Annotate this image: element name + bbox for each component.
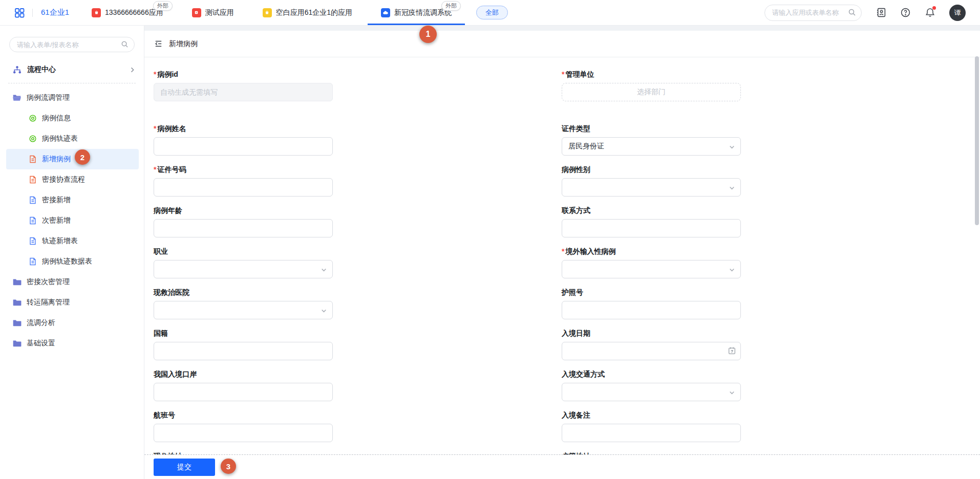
sidebar-item-11[interactable]: 转运隔离管理 — [0, 292, 144, 313]
date-input[interactable] — [562, 342, 741, 360]
text-input[interactable] — [562, 424, 741, 442]
topbar-right: 谭 — [764, 5, 980, 21]
app-tab-2[interactable]: 测试应用 — [192, 0, 234, 25]
sidebar-item-1[interactable]: 病例流调管理 — [0, 88, 144, 108]
app-tab-4[interactable]: 新冠疫情流调系统外部 — [381, 0, 452, 25]
text-input[interactable] — [562, 301, 741, 319]
form-row-6: 现救治医院护照号 — [154, 287, 980, 319]
chevron-right-icon — [129, 67, 136, 73]
field-label: 入境日期 — [562, 328, 741, 338]
sidebar-item-4[interactable]: 新增病例 — [6, 149, 139, 169]
form-field: 我国入境口岸 — [154, 369, 333, 401]
target-icon — [29, 135, 37, 143]
field-label: 职业 — [154, 246, 333, 256]
sidebar-item-process-center[interactable]: 流程中心 — [0, 58, 144, 81]
chevron-down-icon — [321, 308, 327, 314]
select-field[interactable]: 居民身份证 — [562, 137, 741, 156]
text-field — [562, 424, 741, 442]
department-picker[interactable]: 选择部门 — [562, 83, 741, 101]
folder-icon — [12, 298, 22, 307]
sidebar-item-label: 密接协查流程 — [42, 175, 85, 184]
avatar[interactable]: 谭 — [949, 5, 966, 21]
sidebar-item-8[interactable]: 轨迹新增表 — [0, 231, 144, 251]
sidebar-item-6[interactable]: 密接新增 — [0, 190, 144, 210]
chevron-down-icon — [729, 185, 735, 191]
required-asterisk: * — [562, 247, 564, 255]
scrollbar-thumb[interactable] — [975, 56, 979, 225]
sidebar-item-label: 密接次密管理 — [27, 277, 70, 287]
sidebar-item-3[interactable]: 病例轨迹表 — [0, 128, 144, 149]
text-field — [154, 342, 333, 360]
submit-button[interactable]: 提交 — [154, 459, 215, 476]
sidebar-item-label: 病例流调管理 — [27, 93, 70, 102]
date-field — [562, 342, 741, 360]
select-field[interactable] — [562, 178, 741, 197]
select-field[interactable] — [562, 260, 741, 278]
field-label: 入境备注 — [562, 410, 741, 420]
apps-grid-icon[interactable] — [14, 7, 25, 18]
topbar: 61企业1 13366666666应用外部测试应用空白应用61企业1的应用新冠疫… — [0, 0, 980, 26]
text-input[interactable] — [154, 424, 333, 442]
form-field: *境外输入性病例 — [562, 246, 741, 278]
field-label: *证件号码 — [154, 164, 333, 175]
panel-header: 新增病例 — [144, 31, 980, 57]
text-input[interactable] — [154, 342, 333, 360]
app-tab-1[interactable]: 13366666666应用外部 — [92, 0, 163, 25]
sidebar-item-label: 病例信息 — [42, 114, 71, 123]
search-icon — [848, 8, 856, 18]
text-field — [154, 137, 333, 156]
calendar-icon[interactable] — [728, 346, 736, 355]
sidebar-item-2[interactable]: 病例信息 — [0, 108, 144, 128]
field-label: *病例id — [154, 69, 333, 79]
app-tabs: 13366666666应用外部测试应用空白应用61企业1的应用新冠疫情流调系统外… — [92, 0, 452, 25]
all-apps-pill[interactable]: 全部 — [476, 6, 508, 19]
doc-orange-icon — [29, 155, 37, 163]
folder-icon — [12, 277, 22, 287]
sidebar-item-10[interactable]: 密接次密管理 — [0, 272, 144, 292]
text-field — [562, 219, 741, 237]
select-field[interactable] — [562, 383, 741, 401]
sidebar-item-label: 密接新增 — [42, 195, 71, 205]
sidebar-item-9[interactable]: 病例轨迹数据表 — [0, 251, 144, 272]
sidebar-item-7[interactable]: 次密新增 — [0, 210, 144, 231]
field-label: 航班号 — [154, 410, 333, 420]
app-tab-3[interactable]: 空白应用61企业1的应用 — [263, 0, 352, 25]
text-input[interactable] — [562, 219, 741, 237]
form-field: 联系方式 — [562, 205, 741, 237]
text-field — [154, 383, 333, 401]
form-row-8: 我国入境口岸入境交通方式 — [154, 369, 980, 401]
select-field[interactable] — [154, 301, 333, 319]
field-label: 我国入境口岸 — [154, 369, 333, 379]
form-field: 证件类型居民身份证 — [562, 123, 741, 156]
text-field — [154, 178, 333, 197]
field-label: 护照号 — [562, 287, 741, 297]
required-asterisk: * — [154, 70, 156, 78]
help-icon[interactable] — [900, 7, 911, 18]
target-icon — [29, 114, 37, 122]
sidebar-item-label: 病例轨迹数据表 — [42, 257, 92, 266]
org-name-link[interactable]: 61企业1 — [41, 8, 69, 17]
annotation-marker-2: 2 — [75, 149, 90, 165]
text-input[interactable] — [154, 383, 333, 401]
process-center-label: 流程中心 — [27, 65, 56, 74]
text-input[interactable] — [154, 219, 333, 237]
text-field — [154, 424, 333, 442]
field-label: *管理单位 — [562, 69, 741, 79]
form-field: *病例姓名 — [154, 123, 333, 156]
sidebar-item-5[interactable]: 密接协查流程 — [0, 169, 144, 190]
main-area: 新增病例 *病例id*管理单位选择部门*病例姓名证件类型居民身份证*证件号码病例… — [144, 26, 980, 479]
sidebar-item-12[interactable]: 流调分析 — [0, 313, 144, 333]
required-asterisk: * — [562, 70, 564, 78]
select-field[interactable] — [154, 260, 333, 278]
text-input[interactable] — [154, 137, 333, 156]
bell-icon[interactable] — [925, 7, 935, 18]
collapse-sidebar-icon[interactable] — [154, 39, 163, 49]
folder-open-icon — [12, 93, 22, 102]
form-search-input[interactable] — [9, 37, 135, 52]
app-search-input[interactable] — [764, 5, 862, 21]
sidebar-item-13[interactable]: 基础设置 — [0, 333, 144, 354]
annotation-marker-3: 3 — [221, 459, 236, 474]
sidebar-item-label: 轨迹新增表 — [42, 236, 78, 246]
text-input[interactable] — [154, 178, 333, 197]
contacts-book-icon[interactable] — [876, 7, 886, 18]
